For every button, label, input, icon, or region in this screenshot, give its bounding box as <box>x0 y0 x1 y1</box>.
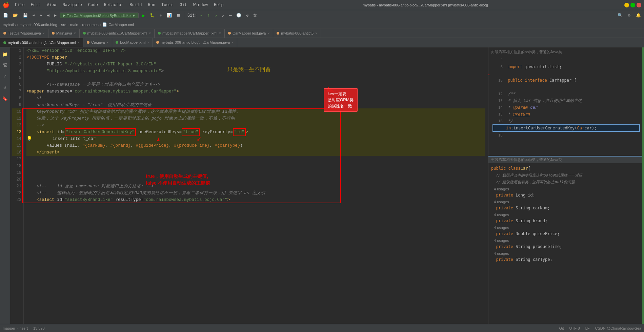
tab-label-3[interactable]: mybatis-006-antic\...\CarMapper.xml <box>87 31 147 35</box>
breadcrumb-project[interactable]: mybatis-006-antic-blog <box>20 23 57 27</box>
tab-mybatis-5[interactable]: mybatis-006-antic\5 × <box>273 29 321 38</box>
tab-close-6[interactable]: × <box>315 32 317 35</box>
tab-icon-a1 <box>3 41 6 44</box>
settings-icon[interactable]: ⚙ <box>626 12 632 19</box>
open-button[interactable]: 📂 <box>11 12 20 19</box>
menu-edit[interactable]: Edit <box>28 2 43 8</box>
new-file-button[interactable]: 📄 <box>1 12 10 19</box>
git-check[interactable]: ✓ <box>199 12 204 19</box>
separator-1 <box>185 12 185 19</box>
debug-button[interactable]: 🐛 <box>148 12 157 19</box>
tab-carmapper-xml-1[interactable]: mybatis-006-antic\...\CarMapper.xml × <box>80 29 155 38</box>
minimize-button[interactable] <box>624 3 629 7</box>
close-button[interactable] <box>637 3 641 7</box>
code-line-23: <select id="selectByBrandLike" resultTyp… <box>26 196 485 203</box>
tab-close-a3[interactable]: × <box>147 41 149 44</box>
tab-car-java[interactable]: Car.java × <box>83 38 112 47</box>
coverage-button[interactable]: ☂ <box>158 12 164 19</box>
tab-close-a4[interactable]: × <box>232 41 234 44</box>
app-icon: 🍎 <box>3 2 9 8</box>
window-controls[interactable] <box>624 3 641 7</box>
git-fetch[interactable]: ↙ <box>220 12 226 19</box>
redo-button[interactable]: ↪ <box>38 12 44 19</box>
tab-label-1[interactable]: TestCarMapper.java <box>8 31 41 35</box>
git-push[interactable]: ↑ <box>206 13 212 19</box>
stop-button[interactable]: ⏹ <box>175 12 182 19</box>
translate-button[interactable]: 文 <box>251 12 259 19</box>
tab-label-a3[interactable]: LogMapper.xml <box>120 40 145 44</box>
sidebar-commit-icon[interactable]: ✓ <box>2 72 7 81</box>
tab-logmapper[interactable]: LogMapper.xml × <box>112 38 153 47</box>
breadcrumb-mybatis[interactable]: mybatis <box>3 23 16 27</box>
search-icon[interactable]: 🔍 <box>616 12 624 19</box>
sidebar-bookmarks-icon[interactable]: 🔖 <box>1 95 9 103</box>
tab-carmapper-java[interactable]: mybatis-006-antic-blog\...\CarMapper.jav… <box>153 38 237 47</box>
code-area[interactable]: <?xml version="1.0" encoding="UTF-8" ?> … <box>24 47 488 332</box>
tab-close-3[interactable]: × <box>149 32 151 35</box>
back-button[interactable]: ◀ <box>45 12 51 19</box>
tab-label-a1[interactable]: mybatis-006-antic-blog\...\CarMapper.xml <box>8 41 76 45</box>
menu-git[interactable]: Git <box>177 2 190 8</box>
sidebar-project-icon[interactable]: 📁 <box>1 50 9 59</box>
menu-window[interactable]: Window <box>190 2 210 8</box>
sidebar-structure-icon[interactable]: 🏗 <box>1 61 9 69</box>
code-line-3: PUBLIC "-//mybatis.org//DTD Mapper 3.0//… <box>26 61 485 68</box>
tab-carmapper-active[interactable]: mybatis-006-antic-blog\...\CarMapper.xml… <box>0 38 83 47</box>
tab-carmappertest[interactable]: CarMapperTest.java × <box>225 29 273 38</box>
git-pull[interactable]: ↗ <box>213 12 219 19</box>
main-area: 📁 🏗 ✓ ⇄ 🔖 只是我一生不回首 1 2 3 4 5 6 7 8 9 10 … <box>0 47 644 332</box>
right-panel: 封装汽车相关信息的pojo类，普通的Java类 4 6 import java.… <box>488 47 644 332</box>
tab-label-2[interactable]: Main.java <box>56 31 72 35</box>
code-line-1: <?xml version="1.0" encoding="UTF-8" ?> <box>26 47 485 54</box>
tab-label-a2[interactable]: Car.java <box>91 40 105 44</box>
menu-navigate[interactable]: Navigate <box>60 2 85 8</box>
breadcrumb-main[interactable]: main <box>70 23 78 27</box>
undo-button[interactable]: ↩ <box>31 12 37 19</box>
tab-carmapper-xml-2[interactable]: mybatis\mapper\CarMapper...xml × <box>155 29 225 38</box>
tab-close-5[interactable]: × <box>267 32 269 35</box>
tab-close-1[interactable]: × <box>43 32 45 35</box>
tab-close-4[interactable]: × <box>219 32 221 35</box>
breadcrumb-src[interactable]: src <box>61 23 66 27</box>
run-button[interactable]: ▶ <box>140 12 147 20</box>
sidebar-pull-requests-icon[interactable]: ⇄ <box>2 83 7 92</box>
menu-tools[interactable]: Tools <box>159 2 176 8</box>
tab-label-a4[interactable]: mybatis-006-antic-blog\...\CarMapper.jav… <box>161 40 230 44</box>
profile-button[interactable]: 📊 <box>165 12 174 19</box>
menu-bar[interactable]: File Edit View Navigate Code Refactor Bu… <box>12 2 226 8</box>
menu-help[interactable]: Help <box>211 2 226 8</box>
run-config-selector[interactable]: ▶ TestCarMapper.testSelectByBrandLike ▼ <box>60 13 139 18</box>
tab-label-5[interactable]: CarMapperTest.java <box>233 31 266 35</box>
menu-refactor[interactable]: Refactor <box>101 2 126 8</box>
tab-label-6[interactable]: mybatis-006-antic\5 <box>281 31 314 35</box>
breadcrumb: mybatis › mybatis-006-antic-blog › src ›… <box>0 21 644 28</box>
code-line-17 <box>26 156 485 163</box>
code-line-11: 注意：这个 keyProperty 指定的值，一定要和对应上的 pojo 对象类… <box>26 115 485 122</box>
tab-close-2[interactable]: × <box>74 32 76 35</box>
forward-button[interactable]: ▶ <box>53 12 58 19</box>
notifications-icon[interactable]: 🔔 <box>634 12 643 19</box>
breadcrumb-resources[interactable]: resources <box>82 23 98 27</box>
status-linesep: LF <box>585 326 590 330</box>
maximize-button[interactable] <box>630 3 635 7</box>
save-button[interactable]: 💾 <box>21 12 29 19</box>
git-merge[interactable]: ⟷ <box>227 12 233 19</box>
menu-file[interactable]: File <box>12 2 27 8</box>
menu-build[interactable]: Build <box>127 2 144 8</box>
menu-code[interactable]: Code <box>85 2 101 8</box>
tab-close-a1[interactable]: × <box>78 41 80 44</box>
run-config-dropdown[interactable]: ▼ <box>132 14 136 18</box>
tab-label-4[interactable]: mybatis\mapper\CarMapper...xml <box>162 31 217 35</box>
git-rollback[interactable]: ↺ <box>244 12 250 19</box>
git-history[interactable]: 🕐 <box>235 12 243 19</box>
menu-view[interactable]: View <box>44 2 59 8</box>
tab-close-a2[interactable]: × <box>106 41 108 44</box>
scroll-indicator <box>642 47 644 332</box>
editor[interactable]: 只是我一生不回首 1 2 3 4 5 6 7 8 9 10 11 12 13 1… <box>10 47 488 332</box>
tab-testcarmapper[interactable]: TestCarMapper.java × <box>0 29 48 38</box>
tab-main[interactable]: Main.java × <box>48 29 80 38</box>
sidebar: 📁 🏗 ✓ ⇄ 🔖 <box>0 47 10 332</box>
right-toolbar: 🔍 ⚙ 🔔 <box>616 12 643 19</box>
menu-run[interactable]: Run <box>145 2 158 8</box>
breadcrumb-file[interactable]: CarMapper.xml <box>108 23 134 27</box>
